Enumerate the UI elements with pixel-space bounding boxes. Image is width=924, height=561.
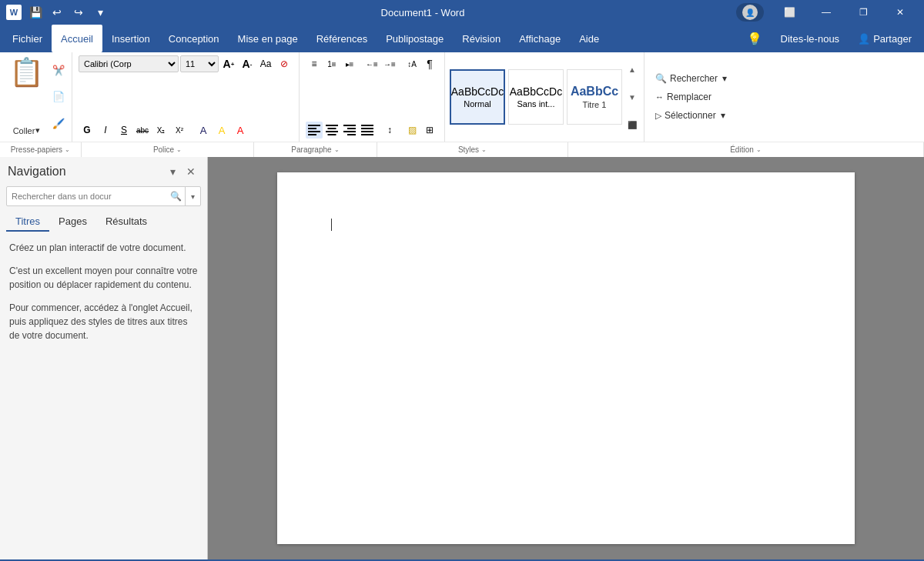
font-group: Calibri (Corp 11 8 9 10 12 14 16 18 24 3…	[72, 52, 300, 142]
share-button[interactable]: 👤 Partager	[849, 25, 921, 52]
nav-search-button[interactable]: 🔍	[166, 187, 185, 205]
grow-font-button[interactable]: A+	[220, 55, 237, 72]
line-spacing-button[interactable]: ↕	[381, 122, 398, 139]
svg-rect-13	[361, 128, 373, 129]
styles-expand[interactable]: ⬛	[625, 111, 639, 139]
word-app-icon: W	[6, 5, 22, 20]
nav-tab-titres[interactable]: Titres	[6, 212, 49, 232]
menu-references[interactable]: Références	[307, 25, 377, 52]
rechercher-icon: 🔍	[655, 73, 667, 84]
nav-tab-resultats[interactable]: Résultats	[96, 212, 156, 232]
rechercher-button[interactable]: 🔍 Rechercher ▾	[651, 71, 732, 86]
style-normal-preview: AaBbCcDc	[451, 85, 504, 98]
clear-format-button[interactable]: ⊘	[276, 55, 293, 72]
align-right-button[interactable]	[341, 122, 358, 139]
nav-dropdown-button[interactable]: ▾	[164, 163, 181, 180]
remplacer-button[interactable]: ↔ Remplacer	[651, 89, 732, 105]
multilevel-button[interactable]: ▸≡	[341, 55, 358, 72]
share-icon: 👤	[858, 33, 870, 45]
menu-accueil[interactable]: Accueil	[52, 25, 102, 52]
document-page[interactable]	[277, 172, 855, 544]
align-left-button[interactable]	[306, 122, 323, 139]
document-area[interactable]	[208, 157, 924, 559]
style-titre1[interactable]: AaBbCc Titre 1	[567, 69, 622, 125]
font-size-select[interactable]: 11 8 9 10 12 14 16 18 24 36 48 72	[180, 55, 219, 72]
svg-rect-14	[361, 131, 373, 132]
text-effects-button[interactable]: A	[195, 122, 212, 139]
clipboard-label-cell[interactable]: Presse-papiers ⌄	[0, 142, 82, 157]
paragraph-group: ≡ 1≡ ▸≡ ←≡ →≡ ↕A ¶	[300, 52, 445, 142]
nav-tab-pages[interactable]: Pages	[49, 212, 96, 232]
menu-fichier[interactable]: Fichier	[3, 25, 52, 52]
justify-button[interactable]	[359, 122, 376, 139]
style-sans-preview: AaBbCcDc	[510, 85, 562, 98]
subscript-button[interactable]: X₂	[152, 122, 169, 139]
edition-expand-icon: ⌄	[756, 146, 762, 153]
clipboard-label: Presse-papiers	[11, 145, 62, 154]
qs-dropdown-button[interactable]: ▾	[91, 3, 109, 22]
clipboard-expand-icon: ⌄	[65, 146, 70, 153]
copy-button[interactable]: 📄	[50, 88, 67, 105]
menu-conception[interactable]: Conception	[159, 25, 229, 52]
numbering-button[interactable]: 1≡	[323, 55, 340, 72]
menu-aide[interactable]: Aide	[570, 25, 608, 52]
minimize-button[interactable]: —	[808, 0, 844, 25]
sort-button[interactable]: ↕A	[403, 55, 420, 72]
styles-scroll-down[interactable]: ▼	[625, 83, 639, 111]
styles-expand-icon: ⌄	[481, 146, 487, 153]
svg-rect-9	[347, 128, 356, 129]
show-marks-button[interactable]: ¶	[421, 55, 438, 72]
bold-button[interactable]: G	[79, 122, 95, 139]
bullets-button[interactable]: ≡	[306, 55, 323, 72]
nav-search-input[interactable]	[7, 192, 166, 201]
menu-publipostage[interactable]: Publipostage	[377, 25, 453, 52]
superscript-button[interactable]: X²	[171, 122, 188, 139]
edition-label-cell[interactable]: Édition ⌄	[568, 142, 924, 157]
change-case-button[interactable]: Aa	[257, 55, 274, 72]
align-center-button[interactable]	[323, 122, 340, 139]
restore-button[interactable]: ❐	[845, 0, 881, 25]
nav-search-dropdown[interactable]: ▾	[185, 187, 200, 205]
save-button[interactable]: 💾	[26, 3, 45, 22]
selectionner-button[interactable]: ▷ Sélectionner ▾	[651, 108, 732, 123]
menu-revision[interactable]: Révision	[453, 25, 510, 52]
menu-insertion[interactable]: Insertion	[102, 25, 159, 52]
shrink-font-button[interactable]: A-	[239, 55, 256, 72]
nav-content: Créez un plan interactif de votre docume…	[0, 232, 207, 361]
increase-indent-button[interactable]: →≡	[381, 55, 398, 72]
decrease-indent-button[interactable]: ←≡	[363, 55, 380, 72]
underline-button[interactable]: S	[116, 122, 132, 139]
menu-lightbulb[interactable]: 💡	[738, 25, 772, 52]
paste-button[interactable]: 📋 Coller ▾	[5, 55, 49, 139]
font-name-select[interactable]: Calibri (Corp	[79, 55, 179, 72]
italic-button[interactable]: I	[97, 122, 114, 139]
menu-affichage[interactable]: Affichage	[510, 25, 570, 52]
shading-button[interactable]: ▨	[403, 122, 420, 139]
cut-button[interactable]: ✂️	[50, 62, 67, 78]
menu-miseenpage[interactable]: Mise en page	[229, 25, 307, 52]
style-normal[interactable]: AaBbCcDc Normal	[450, 69, 505, 125]
close-button[interactable]: ✕	[882, 0, 918, 25]
nav-close-button[interactable]: ✕	[182, 163, 199, 180]
highlight-button[interactable]: A	[213, 122, 230, 139]
menu-dites[interactable]: Dites-le-nous	[772, 25, 849, 52]
paste-label: Coller ▾	[13, 125, 41, 135]
user-account-area[interactable]: 👤	[736, 3, 764, 22]
svg-rect-8	[343, 125, 356, 126]
borders-button[interactable]: ⊞	[421, 122, 438, 139]
font-color-button[interactable]: A	[232, 122, 249, 139]
nav-search-bar: 🔍 ▾	[6, 186, 201, 206]
style-titre1-label: Titre 1	[583, 100, 607, 109]
strikethrough-button[interactable]: abc	[134, 122, 151, 139]
styles-scroll-up[interactable]: ▲	[625, 55, 639, 83]
redo-button[interactable]: ↪	[69, 3, 88, 22]
undo-button[interactable]: ↩	[48, 3, 66, 22]
format-painter-button[interactable]: 🖌️	[50, 115, 67, 132]
menu-bar: Fichier Accueil Insertion Conception Mis…	[0, 25, 924, 52]
police-label-cell[interactable]: Police ⌄	[82, 142, 254, 157]
styles-label-cell[interactable]: Styles ⌄	[377, 142, 568, 157]
style-sans-interligne[interactable]: AaBbCcDc Sans int...	[508, 69, 564, 125]
ribbon-display-button[interactable]: ⬜	[772, 0, 807, 25]
styles-gallery: AaBbCcDc Normal AaBbCcDc Sans int... AaB…	[450, 55, 624, 139]
paragraphe-label-cell[interactable]: Paragraphe ⌄	[254, 142, 377, 157]
